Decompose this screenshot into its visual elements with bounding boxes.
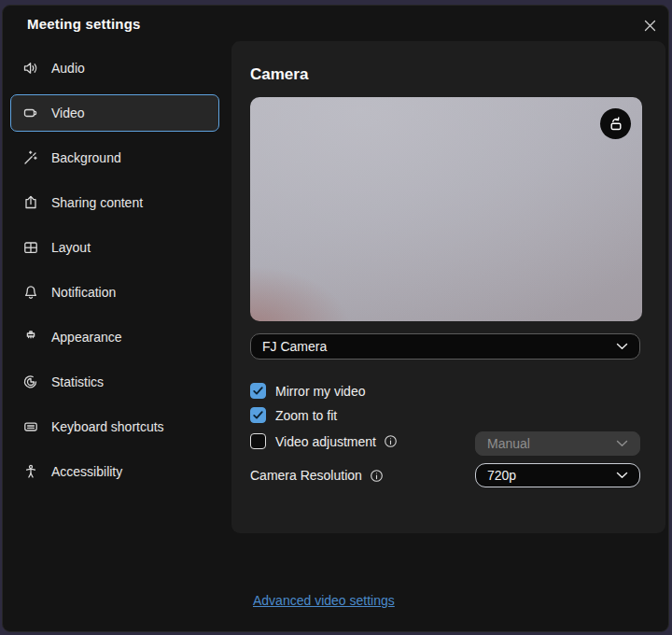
- sidebar-item-label: Layout: [51, 240, 91, 255]
- video-adjustment-label: Video adjustment: [275, 434, 376, 449]
- paintbrush-icon: [22, 329, 39, 346]
- camera-resolution-label: Camera Resolution: [250, 468, 362, 483]
- sidebar-item-label: Background: [51, 150, 121, 165]
- chevron-down-icon: [616, 440, 628, 447]
- chevron-down-icon: [616, 343, 628, 350]
- pie-chart-icon: [22, 374, 39, 390]
- close-button[interactable]: [638, 14, 661, 36]
- checkmark-icon: [252, 409, 264, 421]
- video-adjustment-checkbox[interactable]: [250, 433, 266, 449]
- speaker-icon: [22, 60, 39, 77]
- chevron-down-icon: [616, 472, 628, 479]
- sidebar-item-keyboard-shortcuts[interactable]: Keyboard shortcuts: [10, 408, 219, 445]
- mirror-my-video-checkbox[interactable]: [250, 383, 266, 399]
- video-settings-panel: Camera FJ Camera Mirror my video: [231, 41, 665, 533]
- sidebar-item-label: Keyboard shortcuts: [51, 419, 164, 434]
- sidebar-item-label: Audio: [51, 61, 85, 76]
- sidebar-item-notification[interactable]: Notification: [10, 274, 219, 311]
- close-icon: [643, 19, 657, 33]
- sidebar-item-statistics[interactable]: Statistics: [10, 363, 219, 401]
- sidebar-item-label: Notification: [51, 285, 116, 300]
- sidebar-item-label: Video: [51, 106, 85, 120]
- dialog-title: Meeting settings: [27, 16, 141, 32]
- sidebar-item-audio[interactable]: Audio: [10, 49, 219, 87]
- share-icon: [22, 194, 39, 211]
- settings-sidebar: Audio Video Background Sharing content L: [10, 49, 219, 498]
- camera-section-heading: Camera: [250, 65, 308, 84]
- checkmark-icon: [252, 385, 264, 397]
- video-adjustment-mode-dropdown[interactable]: Manual: [475, 431, 640, 456]
- zoom-to-fit-checkbox[interactable]: [250, 407, 266, 423]
- camera-resolution-row: Camera Resolution: [250, 468, 384, 483]
- camera-resolution-info-icon[interactable]: [370, 469, 384, 483]
- rotate-camera-button[interactable]: [600, 108, 631, 139]
- bell-icon: [22, 284, 39, 301]
- mirror-my-video-label: Mirror my video: [275, 384, 365, 399]
- advanced-video-settings-link[interactable]: Advanced video settings: [253, 593, 395, 608]
- camera-select-dropdown[interactable]: FJ Camera: [250, 333, 640, 360]
- sidebar-item-label: Statistics: [51, 374, 104, 389]
- sidebar-item-sharing-content[interactable]: Sharing content: [10, 184, 219, 221]
- rotate-camera-icon: [607, 115, 624, 133]
- meeting-settings-dialog: Meeting settings Audio Video Background: [2, 5, 669, 632]
- video-camera-icon: [22, 105, 39, 121]
- keyboard-icon: [22, 418, 39, 435]
- camera-select-value: FJ Camera: [262, 339, 327, 354]
- camera-resolution-dropdown[interactable]: 720p: [475, 463, 640, 487]
- sidebar-item-appearance[interactable]: Appearance: [10, 318, 219, 356]
- sidebar-item-label: Appearance: [51, 330, 122, 345]
- mirror-my-video-row: Mirror my video: [250, 383, 365, 399]
- camera-resolution-value: 720p: [487, 468, 516, 483]
- sidebar-item-label: Sharing content: [51, 195, 143, 210]
- video-adjustment-info-icon[interactable]: [384, 434, 398, 448]
- zoom-to-fit-row: Zoom to fit: [250, 407, 337, 423]
- grid-icon: [22, 239, 39, 256]
- sidebar-item-layout[interactable]: Layout: [10, 229, 219, 266]
- video-adjustment-mode-value: Manual: [487, 436, 530, 451]
- video-adjustment-row: Video adjustment: [250, 433, 398, 449]
- sidebar-item-background[interactable]: Background: [10, 139, 219, 176]
- camera-preview: [250, 97, 642, 321]
- magic-wand-icon: [22, 149, 39, 166]
- zoom-to-fit-label: Zoom to fit: [275, 408, 337, 423]
- sidebar-item-video[interactable]: Video: [10, 94, 219, 132]
- sidebar-item-accessibility[interactable]: Accessibility: [10, 453, 219, 490]
- accessibility-icon: [22, 463, 39, 480]
- sidebar-item-label: Accessibility: [51, 464, 122, 479]
